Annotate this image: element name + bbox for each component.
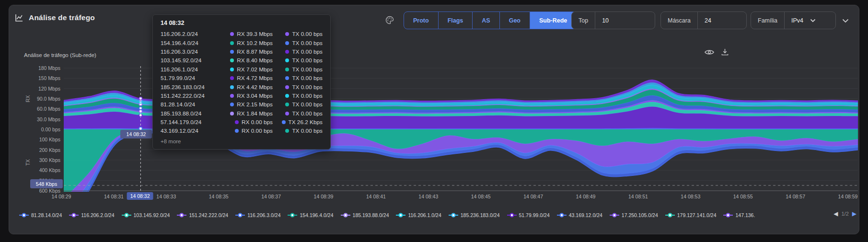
tooltip-row: 185.236.183.0/24RX 4.42 MbpsTX 0.00 bps	[161, 82, 323, 91]
tooltip-rx-value: RX 3.04 Mbps	[237, 92, 273, 99]
tooltip-row: 116.206.2.0/24RX 39.3 MbpsTX 0.00 bps	[161, 30, 323, 38]
x-tick-label: 14 08:29	[52, 194, 71, 199]
legend-label: 81.28.14.0/24	[31, 212, 62, 218]
x-tick-label: 14 08:55	[733, 194, 753, 199]
view-switcher: ProtoFlagsASGeoSub-Rede	[404, 12, 577, 29]
traffic-analysis-page: Análise de tráfego ProtoFlagsASGeoSub-Re…	[0, 0, 868, 242]
tooltip-rx-value: RX 8.40 Mbps	[237, 57, 273, 64]
rx-series-dot-icon	[230, 41, 234, 45]
rx-series-dot-icon	[230, 94, 234, 98]
legend-label: 185.236.183.0/24	[461, 212, 500, 218]
tooltip-tx-value: TX 0.00 bps	[292, 31, 323, 37]
top-n-input[interactable]: 10	[595, 12, 655, 29]
max-value-badge: 548 Kbps	[30, 179, 63, 188]
legend-item[interactable]: 185.193.88.0/24	[341, 212, 389, 218]
page-title-wrap: Análise de tráfego	[14, 13, 95, 23]
tooltip-time: 14 08:32	[161, 20, 323, 26]
family-control: Família IPv4	[751, 12, 836, 29]
family-label: Família	[751, 12, 785, 29]
mask-control: Máscara 24	[660, 12, 747, 29]
legend-item[interactable]: 154.196.4.0/24	[288, 212, 333, 218]
y-tick-label: 600 Kbps	[19, 188, 60, 194]
legend-item[interactable]: 179.127.141.0/24	[665, 212, 717, 218]
rx-series-dot-icon	[235, 120, 239, 124]
tooltip-subnet: 154.196.4.0/24	[161, 40, 214, 46]
mask-label: Máscara	[661, 12, 698, 29]
y-tick-label: 30.0 Mbps	[19, 116, 60, 122]
tooltip-tx-value: TX 0.00 bps	[292, 57, 323, 64]
view-tab-as[interactable]: AS	[473, 12, 499, 29]
tx-series-dot-icon	[282, 120, 286, 124]
legend-item[interactable]: 51.79.99.0/24	[507, 212, 550, 218]
legend-next-icon[interactable]: ▶	[852, 210, 856, 217]
legend-item[interactable]: 116.206.3.0/24	[235, 212, 280, 218]
legend-item[interactable]: 116.206.2.0/24	[69, 212, 114, 218]
legend-pagination: ◀ 1/2 ▶	[831, 210, 856, 217]
legend-item[interactable]: 151.242.222.0/24	[177, 212, 228, 218]
legend-item[interactable]: 43.169.12.0/24	[557, 212, 602, 218]
tx-series-dot-icon	[285, 41, 289, 45]
view-tab-proto[interactable]: Proto	[404, 12, 439, 29]
tooltip-row: 81.28.14.0/24RX 2.15 MbpsTX 0.00 bps	[161, 100, 323, 109]
crosshair-time-badge: 14 08:32	[120, 130, 152, 138]
chevron-down-icon	[810, 19, 816, 23]
legend-item[interactable]: 103.145.92.0/24	[122, 212, 170, 218]
view-tab-sub-rede[interactable]: Sub-Rede	[530, 12, 576, 29]
tooltip-tx-value: TX 0.00 bps	[292, 48, 323, 55]
legend-prev-icon[interactable]: ◀	[833, 210, 838, 217]
legend-label: 154.196.4.0/24	[300, 212, 333, 218]
tooltip-subnet: 43.169.12.0/24	[161, 127, 214, 134]
tooltip-tx-value: TX 0.00 bps	[292, 75, 323, 81]
tx-axis-label: TX	[25, 159, 31, 165]
tooltip-tx-value: TX 0.00 bps	[292, 66, 323, 73]
collapse-panel-button[interactable]	[840, 15, 851, 26]
legend-item[interactable]: 185.236.183.0/24	[449, 212, 500, 218]
legend-label: 17.250.105.0/24	[622, 212, 658, 218]
tooltip-rx-value: RX 0.00 bps	[242, 119, 273, 126]
legend-label: 51.79.99.0/24	[519, 212, 550, 218]
download-icon[interactable]	[721, 48, 729, 56]
family-select[interactable]: IPv4	[785, 12, 835, 29]
rx-series-dot-icon	[230, 103, 234, 106]
rx-series-dot-icon	[230, 85, 234, 89]
x-tick-label: 14 08:59	[838, 194, 858, 199]
tooltip-rx-value: RX 0.00 bps	[242, 127, 273, 134]
x-tick-label: 14 08:35	[209, 194, 229, 199]
legend-item[interactable]: 116.206.1.0/24	[396, 212, 441, 218]
tooltip-row: 51.79.99.0/24RX 4.72 MbpsTX 0.00 bps	[161, 74, 323, 82]
x-tick-label: 14 08:47	[523, 194, 543, 199]
legend-marker-icon	[507, 213, 517, 218]
x-tick-label: 14 08:51	[628, 194, 648, 199]
x-tick-label: 14 08:37	[261, 194, 281, 199]
legend-marker-icon	[610, 213, 619, 218]
chart-subtitle: Análise de tráfego (Sub-rede)	[24, 52, 96, 58]
legend-label: 116.206.1.0/24	[408, 212, 441, 218]
x-tick-label: 14 08:57	[786, 194, 805, 199]
eye-icon[interactable]	[705, 48, 714, 56]
tooltip-rx-value: RX 2.15 Mbps	[237, 101, 273, 108]
y-tick-label: 180 Mbps	[19, 65, 60, 71]
legend-item[interactable]: 17.250.105.0/24	[610, 212, 658, 218]
legend-marker-icon	[449, 213, 458, 218]
tx-series-dot-icon	[285, 129, 289, 133]
tx-series-dot-icon	[285, 112, 289, 115]
tooltip-rx-value: RX 1.84 Mbps	[237, 110, 273, 117]
tooltip-row: 57.144.179.0/24RX 0.00 bpsTX 26.2 Kbps	[161, 118, 323, 127]
view-tab-flags[interactable]: Flags	[439, 12, 473, 29]
x-tick-label: 14 08:45	[471, 194, 491, 199]
rx-axis-label: RX	[25, 95, 31, 103]
tooltip-rx-value: RX 4.42 Mbps	[237, 84, 273, 91]
palette-button[interactable]	[383, 14, 396, 26]
legend-item[interactable]: 147.136.	[723, 212, 755, 218]
mask-input[interactable]: 24	[698, 12, 746, 29]
tooltip-subnet: 185.236.183.0/24	[161, 84, 214, 91]
view-tab-geo[interactable]: Geo	[500, 12, 530, 29]
tx-series-dot-icon	[285, 50, 289, 54]
x-tick-label: 14 08:33	[156, 194, 176, 199]
chart-legend: 81.28.14.0/24116.206.2.0/24103.145.92.0/…	[19, 210, 828, 220]
legend-label: 179.127.141.0/24	[677, 212, 717, 218]
legend-item[interactable]: 81.28.14.0/24	[19, 212, 62, 218]
tooltip-subnet: 116.206.2.0/24	[161, 31, 214, 37]
tooltip-subnet: 151.242.222.0/24	[161, 92, 214, 99]
tooltip-row: 185.193.88.0/24RX 1.84 MbpsTX 0.00 bps	[161, 109, 323, 118]
